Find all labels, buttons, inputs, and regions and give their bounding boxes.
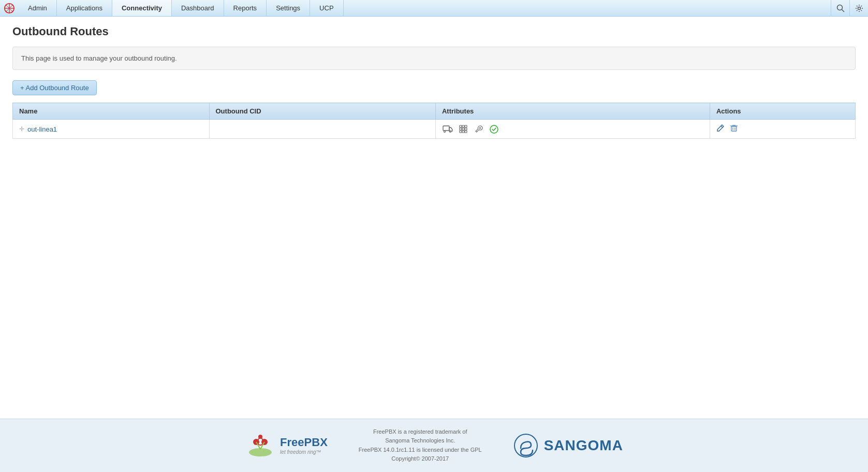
sangoma-text: SANGOMA <box>544 437 623 454</box>
svg-point-9 <box>444 131 445 133</box>
nav-settings[interactable]: Settings <box>267 0 310 16</box>
top-navigation: Admin Applications Connectivity Dashboar… <box>0 0 868 17</box>
nav-applications[interactable]: Applications <box>57 0 112 16</box>
freepbx-tagline: let freedom ring™ <box>280 449 328 455</box>
svg-point-30 <box>249 448 272 456</box>
wrench-icon <box>473 123 484 135</box>
svg-rect-23 <box>731 126 737 131</box>
route-name-link[interactable]: out-linea1 <box>27 125 57 133</box>
grid-icon <box>458 123 469 135</box>
nav-reports[interactable]: Reports <box>224 0 267 16</box>
nav-ucp[interactable]: UCP <box>310 0 343 16</box>
nav-admin[interactable]: Admin <box>19 0 57 16</box>
svg-rect-14 <box>460 128 462 130</box>
main-content: Outbound Routes This page is used to man… <box>0 17 868 419</box>
svg-rect-18 <box>462 131 464 133</box>
svg-rect-19 <box>465 131 467 133</box>
freepbx-logo: FreePBX let freedom ring™ <box>245 433 328 459</box>
drag-handle-icon[interactable]: ✛ <box>19 125 24 133</box>
freepbx-name: FreePBX <box>280 436 328 449</box>
nav-connectivity[interactable]: Connectivity <box>112 0 172 16</box>
add-outbound-route-button[interactable]: + Add Outbound Route <box>12 80 97 95</box>
route-name-cell: ✛ out-linea1 <box>13 120 210 139</box>
col-header-outbound-cid: Outbound CID <box>209 103 435 120</box>
svg-rect-15 <box>462 128 464 130</box>
svg-rect-17 <box>460 131 462 133</box>
svg-rect-16 <box>465 128 467 130</box>
actions-cell <box>710 120 855 139</box>
svg-rect-12 <box>462 125 464 127</box>
col-header-actions: Actions <box>710 103 855 120</box>
outbound-routes-table: Name Outbound CID Attributes Actions ✛ o… <box>12 103 856 139</box>
enabled-icon <box>489 123 500 135</box>
svg-rect-8 <box>443 126 449 131</box>
svg-point-10 <box>449 131 451 133</box>
col-header-attributes: Attributes <box>435 103 710 120</box>
settings-icon[interactable] <box>849 0 868 17</box>
attributes-cell <box>435 120 710 139</box>
svg-rect-13 <box>465 125 467 127</box>
page-title: Outbound Routes <box>12 25 856 38</box>
truck-icon <box>442 123 453 135</box>
search-icon[interactable] <box>831 0 849 17</box>
footer-copyright: FreePBX is a registered trademark of San… <box>359 427 482 464</box>
table-row: ✛ out-linea1 <box>13 120 856 139</box>
footer: FreePBX let freedom ring™ FreePBX is a r… <box>0 419 868 472</box>
edit-icon[interactable] <box>716 124 725 134</box>
svg-point-21 <box>490 125 498 133</box>
info-box: This page is used to manage your outboun… <box>12 47 856 70</box>
col-header-name: Name <box>13 103 210 120</box>
delete-icon[interactable] <box>730 124 738 134</box>
svg-point-7 <box>858 7 860 9</box>
nav-dashboard[interactable]: Dashboard <box>172 0 224 16</box>
svg-line-22 <box>721 126 723 127</box>
outbound-cid-cell <box>209 120 435 139</box>
sangoma-logo: SANGOMA <box>513 433 623 459</box>
svg-line-6 <box>842 9 844 12</box>
svg-point-20 <box>479 127 481 129</box>
svg-point-38 <box>514 434 537 457</box>
svg-point-5 <box>837 5 842 10</box>
svg-rect-11 <box>460 125 462 127</box>
logo[interactable] <box>0 0 19 16</box>
